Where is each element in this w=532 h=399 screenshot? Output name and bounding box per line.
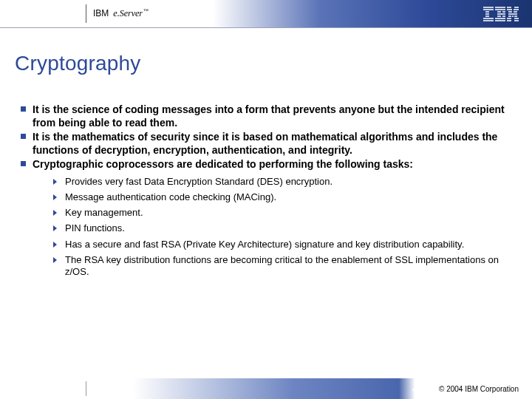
svg-rect-17 [514, 7, 519, 8]
svg-rect-26 [507, 18, 511, 19]
bullet-item: It is the science of coding messages int… [21, 103, 519, 129]
top-divider [86, 4, 86, 23]
svg-rect-23 [508, 16, 511, 17]
svg-rect-5 [483, 18, 494, 19]
svg-rect-14 [495, 18, 505, 19]
svg-rect-28 [507, 20, 511, 21]
svg-rect-22 [508, 13, 517, 15]
svg-rect-10 [502, 11, 505, 13]
footer-bar: 4 © 2004 IBM Corporation [0, 378, 532, 399]
footer-divider [86, 381, 86, 396]
page-number: 4 [412, 383, 417, 395]
svg-rect-21 [514, 11, 517, 13]
bullet-item: It is the mathematics of security since … [21, 131, 519, 157]
ibm-logo-icon [483, 7, 519, 21]
top-bar: IBM e.Server™ [0, 0, 532, 28]
svg-rect-27 [514, 18, 519, 19]
svg-rect-9 [497, 11, 501, 13]
svg-rect-0 [483, 7, 494, 8]
content-area: Cryptography It is the science of coding… [0, 28, 532, 399]
svg-rect-16 [507, 7, 511, 8]
sub-bullet-list: Provides very fast Data Encryption Stand… [33, 176, 519, 279]
sub-bullet-item: Key management. [53, 207, 519, 219]
svg-rect-13 [502, 16, 505, 17]
svg-rect-24 [512, 16, 514, 17]
svg-rect-15 [495, 20, 505, 21]
sub-bullet-item: The RSA key distribution functions are b… [53, 254, 519, 279]
svg-rect-3 [485, 13, 489, 15]
svg-rect-4 [485, 16, 489, 17]
svg-rect-12 [497, 16, 501, 17]
svg-rect-1 [483, 9, 494, 10]
svg-rect-6 [483, 20, 494, 21]
sub-bullet-item: Has a secure and fast RSA (Private Key A… [53, 239, 519, 250]
svg-rect-29 [514, 20, 519, 21]
bullet-list: It is the science of coding messages int… [13, 103, 519, 278]
svg-rect-18 [507, 9, 512, 10]
svg-rect-11 [497, 13, 505, 15]
bullet-item: Cryptographic coprocessors are dedicated… [21, 158, 519, 278]
slide: IBM e.Server™ [0, 0, 532, 399]
svg-rect-7 [495, 7, 505, 8]
svg-rect-8 [495, 9, 505, 10]
copyright-text: © 2004 IBM Corporation [439, 385, 519, 393]
svg-rect-2 [485, 11, 489, 13]
trademark: ™ [143, 8, 149, 14]
sub-bullet-item: Message authentication code checking (MA… [53, 191, 519, 203]
brand-eserver: e.Server™ [113, 8, 149, 19]
sub-bullet-item: Provides very fast Data Encryption Stand… [53, 176, 519, 188]
sub-bullet-item: PIN functions. [53, 222, 519, 234]
svg-rect-19 [514, 9, 519, 10]
brand-text: IBM e.Server™ [93, 8, 149, 19]
bullet-text: Cryptographic coprocessors are dedicated… [33, 158, 413, 170]
svg-rect-25 [514, 16, 517, 17]
page-title: Cryptography [15, 52, 519, 75]
svg-rect-20 [508, 11, 512, 13]
brand-ibm: IBM [93, 8, 109, 18]
